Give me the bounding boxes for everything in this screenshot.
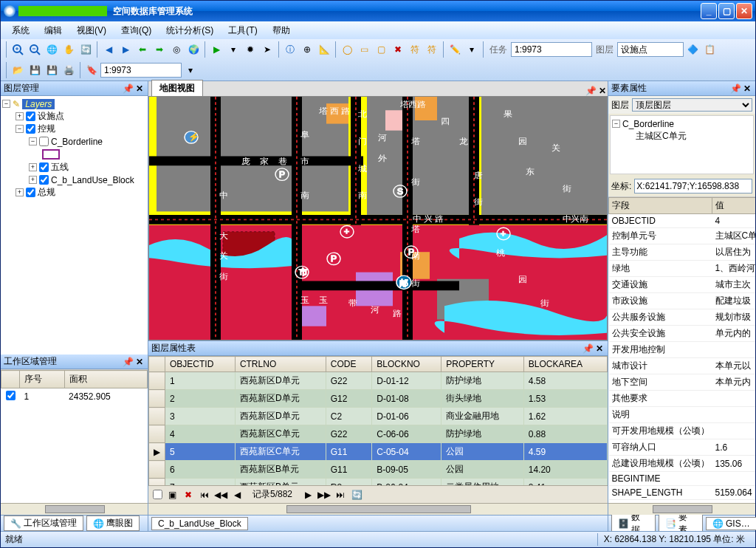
layer-input[interactable]: [617, 42, 684, 57]
menu-query[interactable]: 查询(Q): [114, 22, 158, 39]
prop-row[interactable]: 可容纳人口1.6: [609, 439, 756, 456]
prop-row[interactable]: 说明: [609, 407, 756, 423]
work-col-area[interactable]: 面积: [64, 371, 147, 388]
hscroll[interactable]: [1, 503, 148, 515]
symbol2-icon[interactable]: 符: [424, 41, 440, 58]
prop-tree-child[interactable]: 主城区C单元: [636, 130, 687, 143]
work-row[interactable]: 1 24352.905: [1, 388, 148, 405]
prop-row[interactable]: 市政设施配建垃圾: [609, 293, 756, 309]
table-row[interactable]: 1西苑新区D单元G22D-01-12防护绿地4.58: [149, 372, 608, 390]
menu-stats[interactable]: 统计分析(S): [159, 22, 220, 39]
edit-dropdown-icon[interactable]: ▾: [464, 41, 480, 58]
property-grid[interactable]: 字段 值 OBJECTID4控制单元号主城区C单主导功能以居住为绿地1、西岭河交…: [608, 196, 755, 503]
chk-zonggui[interactable]: [26, 188, 35, 197]
col-property[interactable]: PROPERTY: [441, 357, 523, 372]
col-blockno[interactable]: BLOCKNO: [372, 357, 441, 372]
tab-gis[interactable]: 🌐GIS…: [706, 517, 756, 530]
save-icon[interactable]: 💾: [27, 62, 43, 78]
pin-icon[interactable]: 📌: [123, 357, 133, 367]
col-objectid[interactable]: OBJECTID: [165, 357, 236, 372]
coord-input[interactable]: [634, 179, 752, 193]
col-ctrlno[interactable]: CTRLNO: [235, 357, 326, 372]
map-tab[interactable]: 地图视图: [151, 80, 203, 96]
chk-wuxian[interactable]: [39, 162, 49, 172]
pointer-icon[interactable]: ➤: [259, 41, 275, 58]
prop-row[interactable]: 其他要求: [609, 391, 756, 407]
zoom-in-icon[interactable]: [10, 41, 26, 58]
measure-icon[interactable]: 📐: [316, 41, 332, 58]
node-cborderline[interactable]: C_Borderline: [51, 137, 103, 147]
nav-right-icon[interactable]: ➡: [151, 41, 168, 58]
prev-extent-icon[interactable]: ◀: [100, 41, 117, 58]
identify-icon[interactable]: ⓘ: [282, 41, 298, 58]
scale-input[interactable]: [100, 63, 182, 78]
prop-row[interactable]: 控制单元号主城区C单: [609, 228, 756, 244]
symbol1-icon[interactable]: 符: [407, 41, 423, 58]
node-landuse[interactable]: C_b_LandUse_Block: [51, 175, 134, 185]
print-icon[interactable]: 🖨️: [61, 62, 77, 78]
menu-edit[interactable]: 编辑: [38, 22, 69, 39]
pin-icon[interactable]: 📌: [585, 86, 596, 96]
close-pane-icon[interactable]: ✕: [134, 357, 145, 367]
minimize-button[interactable]: _: [701, 3, 717, 19]
node-shishedian[interactable]: 设施点: [38, 110, 64, 123]
node-wuxian[interactable]: 五线: [51, 161, 69, 174]
shape-square-icon[interactable]: ▢: [373, 41, 389, 58]
nav-left-icon[interactable]: ⬅: [134, 41, 151, 58]
prop-row[interactable]: 绿地1、西岭河: [609, 261, 756, 277]
select-tool-icon[interactable]: ▣: [165, 488, 179, 501]
play-icon[interactable]: ▶: [208, 41, 224, 58]
prop-tree[interactable]: −C_Borderline 主城区C单元: [610, 115, 754, 174]
pin-icon[interactable]: 📌: [123, 83, 133, 94]
layer-list-icon[interactable]: 📋: [701, 41, 718, 58]
layer-go-icon[interactable]: 🔷: [684, 41, 701, 58]
prop-row[interactable]: 城市设计本单元以: [609, 358, 756, 374]
goto-xy-icon[interactable]: ⊕: [299, 41, 315, 58]
shape-circle-icon[interactable]: ◯: [339, 41, 355, 58]
refresh-icon[interactable]: 🔄: [78, 41, 94, 58]
layers-root[interactable]: Layers: [22, 99, 55, 109]
prop-layer-select[interactable]: 顶层图层: [632, 98, 752, 112]
bookmark-icon[interactable]: 🔖: [83, 62, 100, 78]
prop-col-field[interactable]: 字段: [609, 198, 712, 214]
next-extent-icon[interactable]: ▶: [117, 41, 134, 58]
prop-row[interactable]: 公共安全设施单元内的: [609, 326, 756, 342]
work-area-grid[interactable]: 序号 面积 1 24352.905: [1, 369, 148, 503]
pin-icon[interactable]: 📌: [730, 83, 740, 94]
prop-row[interactable]: 地下空间本单元内: [609, 374, 756, 391]
attribute-grid[interactable]: OBJECTID CTRLNO CODE BLOCKNO PROPERTY BL…: [148, 356, 608, 485]
prop-row[interactable]: SHAPE_LENGTH5159.064: [609, 486, 756, 500]
table-row[interactable]: 2西苑新区D单元G12D-01-08街头绿地1.53: [149, 390, 608, 408]
next-page-icon[interactable]: ▶▶: [317, 488, 331, 501]
last-icon[interactable]: ⏭: [334, 488, 347, 501]
col-code[interactable]: CODE: [326, 357, 372, 372]
scale-dropdown-icon[interactable]: ▾: [182, 62, 199, 78]
task-input[interactable]: [511, 42, 592, 57]
edit-pencil-icon[interactable]: ✏️: [447, 41, 463, 58]
prop-row[interactable]: 交通设施城市主次: [609, 277, 756, 293]
open-icon[interactable]: 📂: [10, 62, 26, 78]
prev-page-icon[interactable]: ◀◀: [214, 488, 227, 501]
prop-row[interactable]: OBJECTID4: [609, 214, 756, 228]
prop-tree-root[interactable]: C_Borderline: [622, 119, 674, 129]
doc-tab[interactable]: C_b_LandUse_Block: [151, 517, 248, 530]
table-row[interactable]: 6西苑新区B单元G11B-09-05公园14.20: [149, 461, 608, 479]
node-konggui[interactable]: 控规: [38, 123, 55, 135]
tab-workarea[interactable]: 🔧工作区域管理: [4, 516, 83, 531]
table-row[interactable]: 7西苑新区B单元R2B-06-04二类居住用地2.41: [149, 479, 608, 486]
clear-icon[interactable]: ✖: [390, 41, 406, 58]
maximize-button[interactable]: ▢: [718, 3, 735, 19]
close-pane-icon[interactable]: ✕: [594, 343, 605, 354]
prop-row[interactable]: 可开发用地规模（公顷）: [609, 423, 756, 439]
zoom-full-icon[interactable]: 🌐: [44, 41, 60, 58]
prop-row[interactable]: 主导功能以居住为: [609, 244, 756, 261]
menu-help[interactable]: 帮助: [266, 22, 297, 39]
saveall-icon[interactable]: 💾: [44, 62, 60, 78]
shape-rect-icon[interactable]: ▭: [356, 41, 372, 58]
chk-konggui[interactable]: [26, 124, 35, 134]
menu-tools[interactable]: 工具(T): [221, 22, 264, 39]
layer-tree[interactable]: −✎ Layers +设施点 −控规 −C_Borderline +五线 +C_…: [1, 96, 148, 355]
close-pane-icon[interactable]: ✕: [134, 83, 145, 94]
add-point-icon[interactable]: ✹: [242, 41, 258, 58]
prop-col-value[interactable]: 值: [712, 198, 756, 214]
